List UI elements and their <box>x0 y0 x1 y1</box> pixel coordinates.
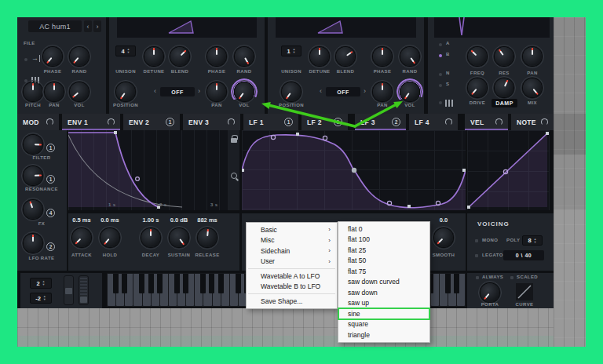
retrigger-icon[interactable] <box>541 118 548 126</box>
vel-editor-display[interactable] <box>467 130 550 210</box>
mod-fx-knob[interactable] <box>24 200 42 219</box>
transpose-spinner[interactable]: -2▲▼ <box>30 293 52 304</box>
mod-lfo-rate-knob[interactable] <box>24 234 42 253</box>
black-key[interactable] <box>113 274 119 293</box>
osc1-detune-knob[interactable] <box>144 47 163 66</box>
sustain-knob[interactable] <box>170 228 188 247</box>
voice-priority-display[interactable]: 0 \ 40 <box>503 250 544 260</box>
filter-res-knob[interactable] <box>495 47 513 66</box>
sample-next-button[interactable]: › <box>93 20 101 32</box>
mod-count-badge[interactable]: 2 <box>392 118 400 126</box>
sample-phase-knob[interactable] <box>43 47 62 66</box>
retrigger-icon[interactable] <box>46 118 53 126</box>
black-key[interactable] <box>209 274 214 293</box>
black-key[interactable] <box>174 274 180 293</box>
osc1-spread-selector[interactable]: OFF <box>160 87 195 96</box>
osc2-vol-knob[interactable] <box>400 82 419 101</box>
mod-resonance-badge[interactable]: 1 <box>46 175 55 184</box>
release-knob[interactable] <box>198 228 217 247</box>
retrigger-icon[interactable] <box>495 118 502 126</box>
submenu-item-saw-down-curved[interactable]: saw down curved <box>338 277 429 288</box>
mod-count-badge[interactable]: 1 <box>166 118 174 126</box>
lock-icon[interactable] <box>231 138 237 143</box>
osc1-spread-prev[interactable]: ‹ <box>154 87 156 95</box>
tab-lf2[interactable]: LF 21 <box>302 114 348 130</box>
sample-pan-knob[interactable] <box>45 82 64 101</box>
osc2-spread-selector[interactable]: OFF <box>326 87 360 96</box>
octave-spinner[interactable]: 2▲▼ <box>30 278 52 289</box>
pitch-wheel[interactable] <box>64 275 74 305</box>
filter-keytrack-icon[interactable] <box>445 100 455 107</box>
submenu-item-triangle[interactable]: triangle <box>338 329 429 340</box>
osc2-spread-next[interactable]: › <box>364 87 366 95</box>
tab-note[interactable]: NOTE <box>511 114 554 130</box>
osc1-unison-voices[interactable]: 4▲▼ <box>115 46 136 56</box>
zoom-icon[interactable] <box>231 173 237 179</box>
black-key[interactable] <box>157 274 163 293</box>
smooth-knob[interactable] <box>434 228 453 247</box>
poly-count-spinner[interactable]: 8▲▼ <box>522 235 543 246</box>
decay-knob[interactable] <box>141 228 160 247</box>
black-key[interactable] <box>445 274 451 293</box>
filter-pan-knob[interactable] <box>523 47 542 66</box>
tab-mod[interactable]: MOD <box>17 114 59 130</box>
osc1-spread-next[interactable]: › <box>198 87 200 95</box>
osc2-blend-knob[interactable] <box>336 47 355 66</box>
filter-drive-knob[interactable] <box>468 78 487 97</box>
mod-wheel[interactable] <box>79 275 89 305</box>
tab-lf3[interactable]: LF 32 <box>355 114 406 130</box>
black-key[interactable] <box>200 274 206 293</box>
legato-checkbox[interactable] <box>475 254 478 257</box>
submenu-item-saw-down[interactable]: saw down <box>338 287 429 298</box>
osc2-detune-knob[interactable] <box>310 47 329 66</box>
osc2-unison-voices[interactable]: 1▲▼ <box>281 46 302 56</box>
submenu-item-flat-25[interactable]: flat 25 <box>338 245 429 256</box>
sample-prev-button[interactable]: ‹ <box>84 20 92 32</box>
tab-env3[interactable]: ENV 3 <box>183 114 240 130</box>
menu-item-wavetable-b-to-lfo[interactable]: Wavetable B to LFO <box>247 282 337 293</box>
osc1-rand-knob[interactable] <box>235 47 254 66</box>
black-key[interactable] <box>183 274 188 293</box>
submenu-item-flat-50[interactable]: flat 50 <box>338 256 429 267</box>
osc1-vol-knob[interactable] <box>235 82 254 101</box>
black-key[interactable] <box>122 274 127 293</box>
menu-item-misc[interactable]: Misc› <box>247 235 337 246</box>
porta-curve-editor[interactable] <box>516 283 533 300</box>
submenu-item-sine-highlighted[interactable]: sine <box>338 308 429 319</box>
menu-item-save-shape[interactable]: Save Shape... <box>247 296 337 307</box>
sample-vol-knob[interactable] <box>70 82 89 101</box>
submenu-item-flat-75[interactable]: flat 75 <box>338 266 429 277</box>
tab-vel[interactable]: VEL <box>465 114 508 130</box>
hold-value[interactable]: 0.0 ms <box>90 217 130 224</box>
osc1-pan-knob[interactable] <box>207 82 226 101</box>
tab-env2[interactable]: ENV 21 <box>123 114 180 130</box>
env1-editor-display[interactable]: 1 s 2 s 3 s <box>68 130 228 210</box>
route-s-radio[interactable] <box>439 84 442 87</box>
loop-mode-radio[interactable] <box>24 58 27 61</box>
menu-item-wavetable-a-to-lfo[interactable]: Wavetable A to LFO <box>247 271 337 282</box>
filter-freq-knob[interactable] <box>468 47 487 66</box>
submenu-item-square[interactable]: square <box>338 319 429 330</box>
route-a-radio[interactable] <box>439 43 442 46</box>
one-shot-icon[interactable]: → <box>31 55 40 62</box>
mod-count-badge[interactable]: 1 <box>284 118 293 126</box>
osc1-blend-knob[interactable] <box>170 47 189 66</box>
retrigger-icon[interactable] <box>445 118 452 126</box>
release-value[interactable]: 882 ms <box>187 217 228 224</box>
porta-knob[interactable] <box>481 283 499 302</box>
retrigger-icon[interactable] <box>108 118 115 126</box>
black-key[interactable] <box>218 274 224 293</box>
black-key[interactable] <box>454 274 459 293</box>
black-key[interactable] <box>139 274 144 293</box>
tab-lf4[interactable]: LF 4 <box>409 114 458 130</box>
osc2-wavetable-display[interactable] <box>276 17 416 38</box>
sample-name-display[interactable]: AC hum1 <box>28 20 82 32</box>
osc1-phase-knob[interactable] <box>207 47 226 66</box>
mod-filter-knob[interactable] <box>24 135 42 154</box>
mod-resonance-knob[interactable] <box>24 166 42 185</box>
submenu-item-saw-up[interactable]: saw up <box>338 298 429 309</box>
mod-lfo-rate-badge[interactable]: 2 <box>46 242 55 251</box>
osc2-phase-knob[interactable] <box>373 47 392 66</box>
osc2-spread-prev[interactable]: ‹ <box>320 87 322 95</box>
mod-filter-badge[interactable]: 1 <box>46 144 55 152</box>
